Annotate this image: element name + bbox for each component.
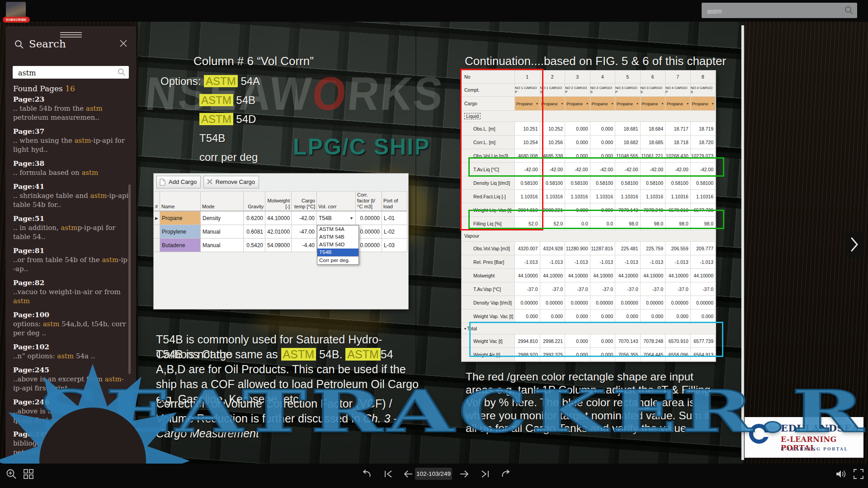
vol-corr-dropdown: ASTM 54AASTM 54BASTM 54DT54BCorr per deg… — [317, 225, 359, 265]
next-page-icon[interactable] — [458, 468, 470, 480]
table-cell: 7 — [665, 70, 691, 83]
subscribe-badge[interactable]: SUBSCRIBE — [3, 17, 30, 23]
global-search-input[interactable] — [706, 3, 839, 19]
table-cell: 0.58100 — [691, 176, 716, 189]
sidebar-search-input[interactable] — [17, 66, 114, 80]
next-page-button[interactable] — [845, 231, 864, 258]
table-cell: 4685.338 — [540, 149, 566, 162]
cargo-value: Propane — [516, 101, 533, 106]
edulandsea-logo: EDULANDSEA E-LEARNING PORTAL E-LEARNING … — [745, 417, 863, 458]
search-result[interactable]: Page:82..vacuo to weight-in-air or from … — [13, 278, 131, 305]
row-marker — [154, 239, 160, 252]
table-row: Density Vap [t/m3]0.000000.000000.000000… — [462, 296, 716, 310]
table-cell: 0.000 — [565, 136, 590, 149]
table-cell: 0.58100 — [590, 176, 616, 189]
row-label: Filling Liq [%] — [462, 217, 515, 230]
search-result[interactable]: Page:245..above is an excerpt from astm-… — [13, 366, 131, 393]
table-cell: 4 — [590, 70, 616, 83]
row-label: Liquid — [462, 111, 716, 122]
last-page-icon[interactable] — [479, 468, 491, 480]
option-line: T54B — [160, 132, 260, 145]
table-cell: 0.0 — [590, 217, 616, 230]
table-row: Corr.L. [m]10.25410.2560.0000.00018.6821… — [462, 136, 716, 149]
table-cell: 0.00000 — [590, 296, 616, 309]
sidebar-scrollbar[interactable] — [128, 184, 131, 374]
dropdown-arrow-icon: ▼ — [536, 102, 539, 105]
row-label: Density Liq [t/m3] — [462, 176, 515, 189]
dropdown-item: Corr per deg. — [317, 256, 359, 264]
search-result[interactable]: Page:38.. formula based on astm — [13, 159, 131, 177]
fullscreen-icon[interactable] — [853, 468, 864, 480]
table-cell: 7078.248 — [641, 334, 666, 347]
search-result[interactable]: Page:246..above is an excerpt from astm-… — [13, 398, 131, 425]
search-result[interactable]: Page:23.. table 54b from the astm petrol… — [13, 95, 131, 122]
table-cell: 10.251 — [515, 122, 540, 135]
table-cell: -42.00 — [691, 163, 716, 176]
search-result[interactable]: Page:81..or from table 54b of the astm-i… — [13, 246, 131, 273]
redo-arrow-icon[interactable] — [500, 468, 512, 480]
table-section-row: Vapour — [462, 230, 716, 242]
table-cell: NO 1 CARGO S — [540, 84, 566, 96]
astm-highlight: ASTM — [204, 75, 238, 87]
table-cell: 2992.375 — [540, 348, 566, 361]
row-label: Weight Vap. Vac [t] — [462, 310, 515, 323]
table-cell: 18.718 — [665, 136, 691, 149]
table-cell: 0.58100 — [540, 176, 566, 189]
search-result[interactable]: Page:41.. shrinkage table and astm-ip-ap… — [13, 182, 131, 209]
search-result[interactable]: Page:249bibliography astm-ip-api petrole… — [13, 430, 131, 457]
column-header: Mode — [201, 192, 244, 211]
snippet-highlight: astm — [59, 439, 75, 447]
cargo-select-cell: Propane▼ — [665, 97, 691, 110]
table-row: Filling Liq [%]52.052.00.00.098.098.098.… — [462, 217, 716, 230]
table-cell: 0.00000 — [615, 296, 641, 309]
table-cell: -1.013 — [691, 255, 716, 268]
table-cell: 6577.739 — [691, 334, 716, 347]
vol-corr-cell: T54B▼ — [317, 211, 356, 225]
table-cell: 10279.073 — [691, 149, 716, 162]
table-cell: 206.559 — [665, 242, 691, 255]
result-snippet: ..above is an excerpt from astm-ip-api f… — [13, 375, 131, 393]
snippet-pre: bibliography — [13, 439, 59, 447]
prev-page-icon[interactable] — [402, 468, 414, 480]
result-snippet: .. formula based on astm — [13, 168, 131, 177]
dropdown-arrow-icon: ▼ — [349, 211, 354, 225]
astm-highlight: ASTM — [281, 348, 316, 361]
search-results-list: Page:23.. table 54b from the astm petrol… — [13, 95, 131, 461]
column-header: Port of load — [382, 192, 407, 211]
table-row: Rel. Pres [Bar]-1.013-1.013-1.013-1.013-… — [462, 255, 716, 269]
table-cell: 0.58100 — [665, 176, 691, 189]
search-icon[interactable] — [118, 68, 126, 76]
snippet-pre: .. when using the — [13, 136, 75, 145]
snippet-highlight: astm — [102, 256, 118, 264]
sound-icon[interactable] — [835, 468, 846, 480]
search-result[interactable]: Page:102..n” options: astm 54a .. — [13, 343, 131, 361]
table-row: CargoPropane▼Propane▼Propane▼Propane▼Pro… — [462, 97, 716, 111]
undo-arrow-icon[interactable] — [361, 468, 373, 480]
table-cell: 98.0 — [615, 217, 641, 230]
result-snippet: ..vacuo to weight-in-air or from astm — [13, 287, 131, 305]
first-page-icon[interactable] — [382, 468, 394, 480]
snippet-pre: options: — [13, 320, 43, 328]
table-cell: 0.000 — [590, 149, 616, 162]
row-label: Weight Air [t] — [462, 348, 515, 361]
table-cell: 3 — [565, 70, 590, 83]
search-result[interactable]: Page:37.. when using the astm-ip-api for… — [13, 127, 131, 154]
table-cell: 0.000 — [691, 310, 716, 323]
table-row: Weight Vap. Vac [t]0.0000.0000.0000.0000… — [462, 310, 716, 323]
table-row: Obs.L. [m]10.25110.2520.0000.00018.68118… — [462, 122, 716, 136]
search-icon[interactable] — [844, 6, 854, 15]
search-result[interactable]: Page:51.. in addition, astmp-ip-api for … — [13, 214, 131, 241]
column-header-marker: # — [154, 192, 160, 211]
table-cell: NO 4 CARGO P — [665, 84, 691, 96]
table-cell: 7078.249 — [641, 203, 666, 216]
zoom-icon[interactable] — [5, 468, 17, 480]
cargo-molweight-cell: 54.09000 — [265, 239, 292, 252]
paragraph-text: 54B. — [316, 348, 345, 361]
table-cell: 0.000 — [590, 334, 616, 347]
page-indicator[interactable]: 102-103/249 — [415, 468, 452, 480]
snippet-highlight: astm — [57, 352, 74, 360]
close-icon[interactable] — [119, 39, 128, 48]
search-result[interactable]: Page:100options: astm 54a,b,d, t54b, cor… — [13, 310, 131, 338]
thumbnails-icon[interactable] — [23, 468, 34, 480]
result-snippet: .. in addition, astmp-ip-api for table 5… — [13, 223, 131, 241]
